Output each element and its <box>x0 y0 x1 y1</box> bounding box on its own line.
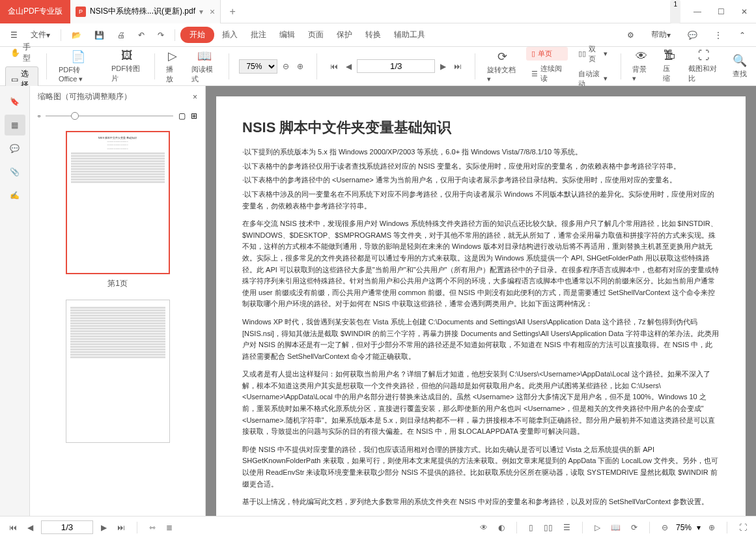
next-page-icon[interactable]: ▶ <box>438 61 449 72</box>
save-icon[interactable]: 💾 <box>89 28 109 42</box>
continuous-button[interactable]: ☰ 连续阅读 <box>526 62 568 85</box>
sb-fullscreen-icon[interactable]: ⛶ <box>736 522 749 533</box>
first-page-icon[interactable]: ⏮ <box>328 61 341 72</box>
search-icon: 🔍 <box>733 53 747 68</box>
page-tab[interactable]: 页面 <box>303 27 329 43</box>
close-panel-icon[interactable]: × <box>193 92 197 102</box>
sb-menu-icon[interactable]: ≣ <box>163 522 175 533</box>
sb-single-icon[interactable]: ▯ <box>526 522 536 533</box>
image-icon: 🖼 <box>121 49 133 63</box>
sb-prev-icon[interactable]: ◀ <box>25 522 36 533</box>
signature-panel-button[interactable]: ✍ <box>5 185 25 206</box>
settings-icon[interactable]: ⚙ <box>622 28 639 42</box>
pdf-icon: P <box>76 7 86 17</box>
pdf-to-office-button[interactable]: 📄 PDF转Office ▾ <box>55 50 102 83</box>
help-menu[interactable]: 帮助 ▾ <box>646 27 676 43</box>
thumbnail-item[interactable]: NSIS 脚本中文件夹变量 基础知识......................… <box>36 131 199 289</box>
single-page-button[interactable]: ▯ 单页 <box>526 47 568 61</box>
redo-icon[interactable]: ↷ <box>152 28 169 42</box>
tab-dropdown-icon[interactable]: ▾ <box>199 7 203 16</box>
play-button[interactable]: ▷ 播放 <box>162 49 182 84</box>
annotate-tab[interactable]: 批注 <box>245 27 272 43</box>
sb-play-icon[interactable]: ▷ <box>592 522 603 533</box>
document-tab[interactable]: P NSIS中系统特殊...识(更新).pdf ▾ × <box>70 0 221 23</box>
tab-title: NSIS中系统特殊...识(更新).pdf <box>90 6 195 17</box>
sb-zoom-label: 75% <box>676 523 692 532</box>
tools-tab[interactable]: 辅助工具 <box>389 27 430 43</box>
insert-tab[interactable]: 插入 <box>217 27 243 43</box>
sb-first-icon[interactable]: ⏮ <box>7 522 20 533</box>
pdf-page: NSIS 脚本中文件夹变量基础知识 ·以下提到的系统版本为 5.x 指 Wind… <box>216 96 746 516</box>
sb-fit-width-icon[interactable]: ⇿ <box>147 522 158 533</box>
close-window-button[interactable]: ✕ <box>733 0 756 23</box>
sb-page-input[interactable] <box>41 520 93 534</box>
screenshot-button[interactable]: ⛶ 截图和对比 <box>684 49 723 83</box>
maximize-button[interactable]: ☐ <box>709 0 733 23</box>
add-tab-button[interactable]: + <box>221 0 244 23</box>
sb-night-icon[interactable]: ◐ <box>496 522 507 533</box>
eye-icon: 👁 <box>636 50 647 63</box>
crop-icon: ⛶ <box>698 49 710 63</box>
compress-icon: 🗜 <box>664 49 675 63</box>
more-icon[interactable]: ⋮ <box>709 28 727 42</box>
collapse-icon[interactable]: ⌃ <box>734 28 751 42</box>
sb-zoom-in-icon[interactable]: ⊕ <box>706 522 718 533</box>
play-icon: ▷ <box>168 49 177 63</box>
prev-page-icon[interactable]: ◀ <box>343 61 354 72</box>
background-button[interactable]: 👁 背景 ▾ <box>628 50 654 83</box>
thumbnail-label: 第1页 <box>36 278 199 289</box>
sb-zoom-out-icon[interactable]: ⊖ <box>659 522 671 533</box>
zoom-select[interactable]: 75% <box>239 59 277 74</box>
page-input[interactable] <box>357 59 435 73</box>
last-page-icon[interactable]: ⏭ <box>451 61 464 72</box>
sb-rotate-icon[interactable]: ⟳ <box>628 522 640 533</box>
sb-continuous-icon[interactable]: ☰ <box>561 522 573 533</box>
thumb-grid-icon[interactable]: ⊞ <box>191 111 197 120</box>
app-logo: 金山PDF专业版 <box>0 0 70 23</box>
zoom-out-icon[interactable]: ⊖ <box>280 61 292 72</box>
sb-double-icon[interactable]: ▯▯ <box>541 522 555 533</box>
sb-eye-icon[interactable]: 👁 <box>477 522 490 533</box>
minimize-button[interactable]: — <box>686 0 709 23</box>
document-viewport[interactable]: NSIS 脚本中文件夹变量基础知识 ·以下提到的系统版本为 5.x 指 Wind… <box>206 86 756 516</box>
sb-last-icon[interactable]: ⏭ <box>115 522 128 533</box>
attachment-panel-button[interactable]: 📎 <box>5 162 25 182</box>
find-button[interactable]: 🔍 查找 <box>729 53 751 79</box>
close-icon[interactable]: × <box>210 7 215 17</box>
sb-book-icon[interactable]: 📖 <box>608 522 623 533</box>
thumb-small-icon[interactable]: ▫ <box>38 111 40 120</box>
comment-panel-button[interactable]: 💬 <box>5 138 25 159</box>
thumbnail-item[interactable] <box>36 300 199 443</box>
print-icon[interactable]: 🖨 <box>112 28 130 42</box>
rotate-button[interactable]: ⟳ 旋转文档 ▾ <box>483 50 521 83</box>
book-icon: 📖 <box>197 49 212 63</box>
zoom-in-icon[interactable]: ⊕ <box>294 61 306 72</box>
word-icon: 📄 <box>71 50 85 64</box>
pdf-to-image-button[interactable]: 🖼 PDF转图片 <box>107 49 147 83</box>
hand-tool-button[interactable]: ✋ 手型 <box>5 40 38 65</box>
bookmark-panel-button[interactable]: 🔖 <box>5 91 25 112</box>
thumbnail-title: 缩略图（可拖动调整顺序） <box>38 91 132 102</box>
page-title: NSIS 脚本中文件夹变量基础知识 <box>242 116 720 139</box>
feedback-icon[interactable]: 💬 <box>682 28 703 42</box>
window-badge: 1 <box>670 0 680 23</box>
double-page-button[interactable]: ▯▯ 双页 ▾ <box>573 42 613 66</box>
edit-tab[interactable]: 编辑 <box>274 27 300 43</box>
thumb-large-icon[interactable]: ▢ <box>178 111 186 120</box>
thumbnail-size-slider[interactable] <box>46 115 173 117</box>
undo-icon[interactable]: ↶ <box>133 28 150 42</box>
compress-button[interactable]: 🗜 压缩 <box>659 49 679 83</box>
read-mode-button[interactable]: 📖 阅读模式 <box>188 49 220 84</box>
thumbnail-panel-button[interactable]: ▦ <box>5 115 25 135</box>
rotate-icon: ⟳ <box>497 50 507 64</box>
start-tab[interactable]: 开始 <box>180 27 214 43</box>
open-icon[interactable]: 📂 <box>66 28 87 42</box>
convert-tab[interactable]: 转换 <box>360 27 386 43</box>
sb-next-icon[interactable]: ▶ <box>98 522 109 533</box>
protect-tab[interactable]: 保护 <box>331 27 357 43</box>
